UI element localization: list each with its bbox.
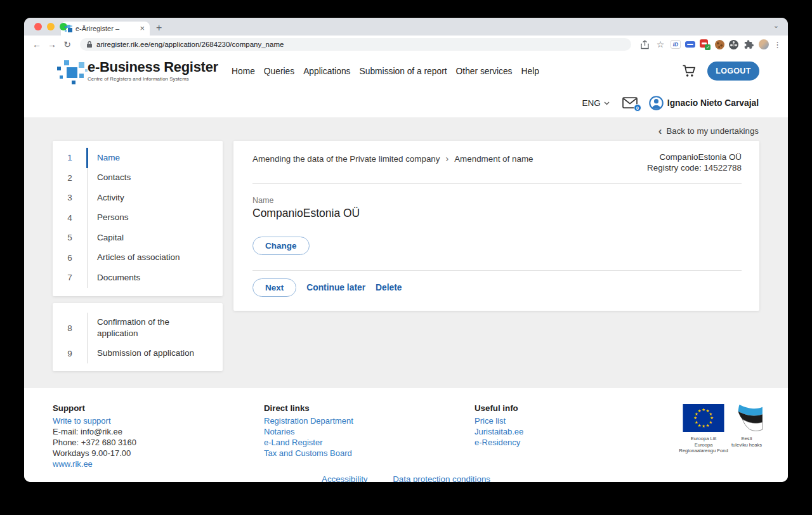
step-articles[interactable]: 6 Articles of association bbox=[53, 248, 223, 268]
eu-caption-line: Regionaalarengu Fond bbox=[678, 448, 730, 454]
footer-support-column: Support Write to support E-mail: info@ri… bbox=[53, 403, 136, 469]
breadcrumb: Amending the data of the Private limited… bbox=[252, 152, 534, 164]
mail-badge: 0 bbox=[634, 104, 641, 112]
accessibility-link[interactable]: Accessibility bbox=[322, 474, 367, 482]
step-activity[interactable]: 3 Activity bbox=[53, 188, 223, 208]
price-list-link[interactable]: Price list bbox=[475, 415, 523, 426]
nav-home[interactable]: Home bbox=[232, 67, 255, 76]
eu-caption-line: Euroopa Liit bbox=[678, 436, 730, 442]
rik-site-link[interactable]: www.rik.ee bbox=[53, 459, 136, 469]
continue-later-link[interactable]: Continue later bbox=[306, 283, 365, 292]
breadcrumb-step2: Amendment of name bbox=[454, 154, 533, 164]
card-actions: Next Continue later Delete bbox=[252, 278, 742, 297]
extension-adblock-icon[interactable]: ✓ bbox=[700, 39, 710, 50]
tab-search-icon[interactable]: ⌄ bbox=[773, 22, 779, 30]
browser-window: e-Äriregister – × + ⌄ ← → ↻ ariregister.… bbox=[24, 18, 788, 482]
change-button[interactable]: Change bbox=[252, 237, 310, 255]
share-icon[interactable] bbox=[639, 39, 650, 50]
footer-useful-info-column: Useful info Price list Juristaitab.ee e-… bbox=[475, 403, 523, 448]
nav-other-services[interactable]: Other services bbox=[456, 67, 513, 76]
back-to-undertakings-link[interactable]: ‹ Back to my undertakings bbox=[658, 126, 759, 136]
nav-help[interactable]: Help bbox=[521, 67, 539, 76]
toolbar-actions: ☆ iD ✓ ⋮ bbox=[639, 39, 782, 50]
step-contacts[interactable]: 2 Contacts bbox=[53, 168, 223, 188]
step-documents[interactable]: 7 Documents bbox=[53, 268, 223, 288]
user-bar: ENG 0 Ignacio Nieto Carvajal bbox=[24, 89, 788, 117]
data-protection-link[interactable]: Data protection conditions bbox=[393, 474, 490, 482]
nav-submission-of-report[interactable]: Submission of a report bbox=[360, 67, 447, 76]
ee-caption-line: Eesti bbox=[727, 436, 766, 442]
nav-queries[interactable]: Queries bbox=[264, 67, 294, 76]
new-tab-button[interactable]: + bbox=[156, 22, 162, 34]
name-field-value: CompanioEstonia OÜ bbox=[252, 207, 742, 220]
logout-button[interactable]: LOGOUT bbox=[707, 62, 759, 81]
close-window-button[interactable] bbox=[34, 23, 42, 30]
delete-link[interactable]: Delete bbox=[376, 283, 402, 292]
svg-text:★: ★ bbox=[706, 423, 710, 427]
forward-icon[interactable]: → bbox=[46, 39, 58, 49]
step-confirmation[interactable]: 8 Confirmation of the application bbox=[53, 313, 223, 343]
site-footer: Support Write to support E-mail: info@ri… bbox=[24, 388, 788, 482]
back-icon[interactable]: ← bbox=[30, 39, 43, 49]
extension-film-icon[interactable] bbox=[729, 40, 738, 49]
support-phone: Phone: +372 680 3160 bbox=[53, 437, 136, 448]
nav-applications[interactable]: Applications bbox=[303, 67, 350, 76]
notaries-link[interactable]: Notaries bbox=[264, 426, 353, 437]
eu-flag-icon: ★★★★★★★★★★★★ bbox=[683, 404, 724, 432]
ebr-logo-icon[interactable] bbox=[57, 59, 86, 84]
cart-icon[interactable] bbox=[682, 64, 697, 81]
extension-cookie-icon[interactable] bbox=[715, 40, 724, 49]
bookmark-star-icon[interactable]: ☆ bbox=[655, 39, 666, 50]
tax-customs-link[interactable]: Tax and Customs Board bbox=[264, 448, 353, 459]
svg-text:★: ★ bbox=[698, 408, 702, 413]
extensions-puzzle-icon[interactable] bbox=[743, 39, 754, 50]
language-selector[interactable]: ENG bbox=[582, 98, 610, 108]
url-text: ariregister.rik.ee/eng/application/26842… bbox=[96, 41, 284, 48]
registration-department-link[interactable]: Registration Department bbox=[264, 415, 353, 426]
minimize-window-button[interactable] bbox=[47, 23, 55, 30]
card-header: Amending the data of the Private limited… bbox=[252, 152, 742, 184]
ee-caption-line: tuleviku heaks bbox=[727, 442, 766, 448]
tab-close-icon[interactable]: × bbox=[138, 25, 146, 32]
support-title: Support bbox=[53, 403, 136, 414]
browser-toolbar: ← → ↻ ariregister.rik.ee/eng/application… bbox=[24, 36, 788, 53]
back-link-label: Back to my undertakings bbox=[666, 126, 759, 136]
step-capital[interactable]: 5 Capital bbox=[53, 228, 223, 248]
svg-text:★: ★ bbox=[695, 420, 698, 424]
profile-avatar-icon[interactable] bbox=[759, 39, 769, 49]
juristaitab-link[interactable]: Juristaitab.ee bbox=[475, 426, 523, 437]
chevron-left-icon: ‹ bbox=[658, 127, 662, 135]
reload-icon[interactable]: ↻ bbox=[61, 39, 74, 49]
name-field-label: Name bbox=[252, 196, 742, 205]
tab-strip: e-Äriregister – × + ⌄ bbox=[24, 18, 788, 36]
browser-menu-icon[interactable]: ⋮ bbox=[773, 40, 782, 49]
eresidency-link[interactable]: e-Residency bbox=[475, 437, 523, 448]
support-email: E-mail: info@rik.ee bbox=[53, 426, 136, 437]
useful-info-title: Useful info bbox=[475, 403, 523, 414]
svg-text:★: ★ bbox=[693, 415, 697, 420]
messages-button[interactable]: 0 bbox=[622, 97, 639, 110]
steps-panel: 1 Name 2 Contacts 3 Activity 4 Persons 5… bbox=[53, 141, 223, 296]
write-to-support-link[interactable]: Write to support bbox=[53, 415, 136, 426]
url-bar[interactable]: ariregister.rik.ee/eng/application/26842… bbox=[80, 38, 631, 51]
logo-text[interactable]: e-Business Register Centre of Registers … bbox=[88, 59, 218, 82]
step-name[interactable]: 1 Name bbox=[53, 148, 223, 168]
eland-register-link[interactable]: e-Land Register bbox=[264, 437, 353, 448]
extension-pill-icon[interactable] bbox=[685, 41, 695, 48]
step-persons[interactable]: 4 Persons bbox=[53, 208, 223, 228]
main-nav: Home Queries Applications Submission of … bbox=[232, 53, 539, 89]
footer-direct-links-column: Direct links Registration Department Not… bbox=[264, 403, 353, 459]
step-submission[interactable]: 9 Submission of application bbox=[53, 343, 223, 363]
direct-links-title: Direct links bbox=[264, 403, 353, 414]
lock-icon bbox=[86, 41, 93, 48]
browser-tab[interactable]: e-Äriregister – × bbox=[61, 22, 150, 36]
final-steps-panel: 8 Confirmation of the application 9 Subm… bbox=[53, 303, 223, 371]
user-avatar-icon bbox=[649, 96, 664, 110]
user-menu[interactable]: Ignacio Nieto Carvajal bbox=[649, 96, 759, 110]
estonia-logo: Eesti tuleviku heaks bbox=[727, 404, 766, 448]
eu-caption-line: Euroopa bbox=[678, 442, 730, 448]
next-button[interactable]: Next bbox=[252, 278, 296, 297]
site-header: e-Business Register Centre of Registers … bbox=[24, 53, 788, 89]
extension-id-icon[interactable]: iD bbox=[671, 40, 681, 49]
chevron-down-icon bbox=[604, 101, 610, 105]
